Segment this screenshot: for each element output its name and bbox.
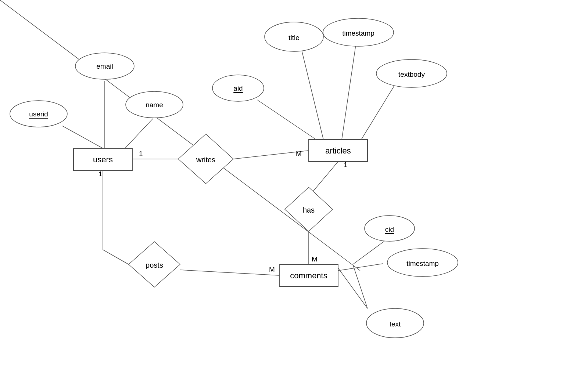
cardinality-users-posts-1: 1 [98, 170, 103, 178]
relationship-has-label: has [303, 206, 315, 214]
line-comments-timestamp [338, 264, 383, 271]
line-articles-title [301, 49, 323, 140]
line-posts-comments [180, 270, 279, 275]
attr-text-label: text [390, 320, 401, 328]
attr-articles-timestamp-label: timestamp [342, 29, 374, 37]
cardinality-articles-has-1: 1 [344, 161, 348, 169]
line-users-name [125, 119, 153, 148]
line-comments-text2 [353, 264, 368, 308]
er-diagram: 1 M 1 M 1 M writes has posts users artic… [0, 0, 588, 365]
line-comments-cid [353, 239, 388, 264]
relationship-writes-label: writes [196, 156, 215, 164]
attr-comments-timestamp-label: timestamp [406, 260, 439, 267]
entity-comments-label: comments [290, 271, 327, 280]
entity-articles-label: articles [325, 146, 351, 155]
attr-email-label: email [96, 62, 113, 70]
attr-name-label: name [146, 101, 163, 109]
relationship-posts-label: posts [146, 261, 163, 269]
line-comments-text [338, 268, 368, 308]
attr-title-label: title [288, 34, 300, 41]
line-articles-aid [257, 100, 316, 140]
cardinality-posts-comments-m: M [269, 265, 275, 273]
cardinality-writes-articles-m: M [296, 150, 302, 158]
attr-userid-label: userid [29, 110, 48, 118]
line-users-userid [62, 126, 103, 148]
cardinality-has-comments-m: M [312, 255, 318, 263]
attr-cid-label: cid [385, 225, 394, 233]
attr-textbody-label: textbody [398, 71, 425, 78]
entity-users-label: users [93, 155, 113, 164]
line-articles-textbody [360, 84, 395, 141]
cardinality-users-writes-1: 1 [139, 150, 143, 158]
attr-aid-label: aid [233, 84, 243, 92]
line-users-posts [103, 250, 129, 264]
line-articles-timestamp [342, 45, 356, 140]
